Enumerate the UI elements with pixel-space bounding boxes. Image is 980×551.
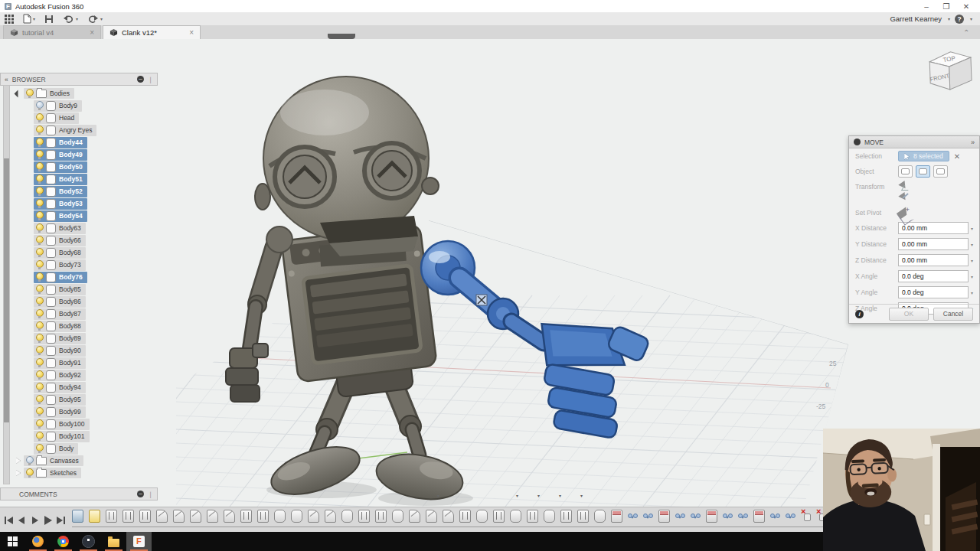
robot-left-eye[interactable] [275, 147, 335, 207]
visibility-bulb-icon[interactable] [36, 236, 43, 245]
timeline-feature-icon[interactable] [594, 510, 606, 523]
comments-options-icon[interactable]: – [137, 491, 144, 497]
visibility-bulb-icon[interactable] [36, 162, 43, 171]
transform-translate-icon[interactable] [898, 181, 910, 192]
visibility-bulb-icon[interactable] [36, 309, 43, 318]
timeline-feature-icon[interactable] [577, 510, 589, 523]
browser-options-icon[interactable]: – [137, 76, 144, 83]
browser-body-item[interactable]: Body95 [0, 393, 158, 406]
browser-body-item[interactable]: Body85 [0, 283, 158, 295]
timeline-feature-icon[interactable] [257, 510, 269, 523]
browser-body-item[interactable]: Body90 [0, 344, 158, 357]
dialog-expand-icon[interactable]: » [971, 139, 975, 146]
visibility-bulb-icon[interactable] [36, 126, 43, 135]
timeline-feature-icon[interactable] [675, 510, 685, 521]
object-type-component-button[interactable] [898, 165, 913, 178]
visibility-bulb-icon[interactable] [36, 260, 43, 269]
timeline-feature-icon[interactable] [628, 510, 638, 521]
clank-robot-model[interactable] [226, 77, 466, 505]
browser-body-item[interactable]: Body44 [0, 136, 158, 148]
browser-body-item[interactable]: Body99 [0, 406, 158, 418]
timeline-feature-icon[interactable] [658, 510, 670, 523]
tab-close-icon[interactable]: × [90, 28, 94, 37]
timeline-feature-icon[interactable] [325, 510, 336, 523]
timeline-feature-icon[interactable] [89, 510, 100, 523]
visibility-bulb-icon[interactable] [36, 248, 43, 257]
visibility-bulb-icon[interactable] [36, 187, 43, 196]
visibility-bulb-icon[interactable] [36, 138, 43, 147]
timeline-feature-icon[interactable] [770, 510, 780, 521]
selection-chip[interactable]: 8 selected [898, 151, 949, 161]
info-icon[interactable]: i [855, 310, 864, 318]
tab-tutorial[interactable]: tutorial v4 × [3, 25, 101, 39]
close-button[interactable]: ✕ [957, 2, 975, 11]
nav-tool-button[interactable] [464, 490, 478, 501]
set-pivot-icon[interactable] [898, 207, 910, 218]
visibility-bulb-icon[interactable] [36, 101, 43, 110]
browser-body-item[interactable]: Body50 [0, 161, 158, 173]
timeline-feature-icon[interactable] [358, 510, 370, 523]
cancel-button[interactable]: Cancel [933, 308, 973, 321]
timeline-feature-icon[interactable] [341, 510, 353, 523]
timeline-feature-icon[interactable] [786, 510, 795, 521]
ok-button[interactable]: OK [889, 308, 929, 321]
browser-folder-item[interactable]: Canvases [0, 455, 158, 467]
browser-body-item[interactable]: Body89 [0, 332, 158, 344]
visibility-bulb-icon[interactable] [36, 444, 43, 453]
browser-body-item[interactable]: Body101 [0, 430, 158, 442]
timeline-feature-icon[interactable] [375, 510, 387, 523]
timeline-feature-icon[interactable] [224, 510, 235, 523]
timeline-feature-icon[interactable] [753, 510, 765, 523]
object-type-face-button[interactable] [933, 165, 948, 178]
nav-tool-button[interactable]: ▾ [545, 490, 561, 501]
browser-scrollbar[interactable] [3, 85, 10, 484]
visibility-bulb-icon[interactable] [36, 285, 43, 294]
browser-body-item[interactable]: Body54 [0, 210, 158, 222]
browser-body-item[interactable]: Body94 [0, 381, 158, 393]
timeline-feature-icon[interactable] [240, 510, 252, 523]
visibility-bulb-icon[interactable] [36, 419, 43, 429]
browser-body-item[interactable]: Angry Eyes [0, 124, 158, 136]
toolbar-collapse-chevron-icon[interactable]: ⌃ [963, 28, 969, 37]
visibility-bulb-icon[interactable] [36, 174, 43, 184]
field-input[interactable]: 0.00 mm [898, 254, 969, 266]
account-menu[interactable]: Garrett Kearney [890, 15, 942, 23]
visibility-bulb-icon[interactable] [26, 468, 33, 478]
go-to-end-button[interactable] [56, 516, 66, 525]
field-input[interactable]: 0.0 deg [898, 270, 969, 282]
tab-close-icon[interactable]: × [189, 28, 194, 37]
timeline-feature-icon[interactable] [274, 510, 286, 523]
timeline-feature-icon[interactable] [643, 510, 653, 521]
browser-folder-item[interactable]: Sketches [0, 467, 158, 479]
field-input[interactable]: 0.00 mm [898, 222, 969, 234]
timeline-feature-icon[interactable] [409, 510, 420, 523]
visibility-bulb-icon[interactable] [36, 321, 43, 331]
visibility-bulb-icon[interactable] [36, 334, 43, 343]
browser-header[interactable]: « BROWSER – ❘ [0, 73, 158, 86]
visibility-bulb-icon[interactable] [36, 346, 43, 355]
object-type-body-button[interactable] [916, 165, 930, 178]
visibility-bulb-icon[interactable] [36, 432, 43, 441]
browser-body-item[interactable]: Body63 [0, 222, 158, 234]
timeline-feature-icon[interactable] [560, 510, 572, 523]
help-icon[interactable]: ? [955, 15, 964, 24]
visibility-bulb-icon[interactable] [36, 358, 43, 367]
field-spinner-icon[interactable]: ▾ [971, 242, 973, 247]
maximize-button[interactable]: ❐ [937, 2, 956, 11]
timeline-feature-icon[interactable] [106, 510, 117, 523]
visibility-bulb-icon[interactable] [36, 407, 43, 416]
browser-body-item[interactable]: Body100 [0, 418, 158, 430]
visibility-bulb-icon[interactable] [36, 297, 43, 306]
timeline-feature-icon[interactable] [122, 510, 134, 523]
taskbar-app-button[interactable] [51, 532, 76, 551]
taskbar-app-button[interactable] [0, 532, 25, 551]
timeline-feature-icon[interactable] [190, 510, 201, 523]
browser-body-item[interactable]: Body87 [0, 308, 158, 320]
timeline-feature-icon[interactable] [527, 510, 538, 523]
timeline-feature-icon[interactable] [426, 510, 437, 523]
timeline-feature-icon[interactable] [392, 510, 403, 523]
field-spinner-icon[interactable]: ▾ [971, 290, 973, 295]
timeline-feature-icon[interactable] [723, 510, 733, 521]
file-menu-button[interactable]: ▾ [18, 12, 40, 25]
timeline-feature-icon[interactable] [801, 510, 811, 521]
